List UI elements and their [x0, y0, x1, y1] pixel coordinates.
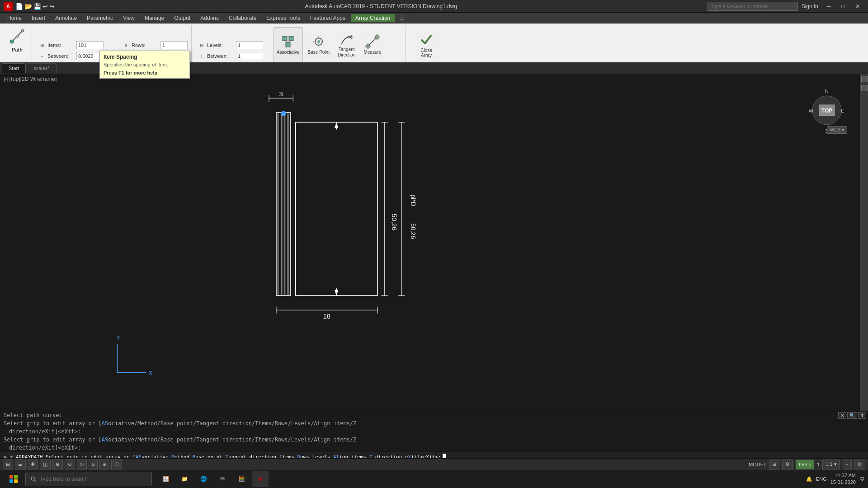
- menu-express[interactable]: Express Tools: [262, 14, 304, 22]
- menu-annotate[interactable]: Annotate: [51, 14, 81, 22]
- status-items-btn[interactable]: Items: [796, 460, 814, 469]
- status-scale-btn[interactable]: 1:1 ▾: [822, 460, 840, 469]
- levels-between-icon: ↕: [198, 52, 205, 60]
- new-icon[interactable]: 📄: [15, 3, 23, 10]
- levels-input[interactable]: [236, 41, 263, 49]
- svg-text:E: E: [841, 108, 844, 113]
- svg-text:18: 18: [323, 313, 331, 320]
- title-bar: A 📄 📂 💾 ↩ ↪ Autodesk AutoCAD 2019 - STUD…: [0, 0, 868, 13]
- items-between-icon: ↔: [38, 52, 46, 60]
- rows-field-label: Rows:: [132, 42, 159, 48]
- taskbar-edge[interactable]: 🌐: [195, 471, 212, 487]
- base-point-button[interactable]: Base Point: [305, 27, 333, 62]
- sign-in-btn[interactable]: Sign In: [802, 3, 818, 9]
- status-workspace-btn[interactable]: ⚙: [782, 460, 793, 469]
- associative-label: Associative: [277, 50, 300, 55]
- status-lweight-btn[interactable]: ≡: [89, 460, 98, 469]
- taskbar-action-center[interactable]: 🗨: [859, 476, 864, 482]
- menu-manage[interactable]: Manage: [140, 14, 169, 22]
- rows-icon: ≡: [123, 42, 130, 49]
- status-model-btn[interactable]: ⊞: [3, 460, 13, 469]
- title-left: A 📄 📂 💾 ↩ ↪: [4, 2, 55, 11]
- svg-rect-5: [289, 36, 293, 41]
- tangent-direction-label: TangentDirection: [338, 47, 355, 58]
- wcs-badge[interactable]: WCS ▾: [827, 126, 847, 134]
- associative-button[interactable]: Associative: [274, 27, 303, 62]
- taskbar-autocad[interactable]: A: [252, 471, 269, 487]
- taskbar-search-input[interactable]: [40, 476, 147, 482]
- status-snap-btn[interactable]: ✚: [28, 460, 38, 469]
- menu-insert[interactable]: Insert: [27, 14, 50, 22]
- right-panel-btn-2[interactable]: [861, 85, 868, 91]
- tab-start[interactable]: Start: [2, 63, 26, 73]
- menu-parametric[interactable]: Parametric: [82, 14, 118, 22]
- save-icon[interactable]: 💾: [33, 3, 41, 10]
- menu-featured[interactable]: Featured Apps: [306, 14, 350, 22]
- menu-options[interactable]: ☰: [399, 15, 404, 21]
- menu-addins[interactable]: Add-ins: [196, 14, 223, 22]
- taskbar-explorer[interactable]: 📁: [176, 471, 193, 487]
- menu-home[interactable]: Home: [3, 14, 26, 22]
- tooltip-help: Press F1 for more help: [104, 70, 186, 75]
- taskbar-store[interactable]: 🪟: [157, 471, 174, 487]
- command-controls: ✕ 🔍 ⬆: [838, 412, 866, 419]
- svg-marker-14: [351, 35, 353, 37]
- svg-line-68: [34, 480, 36, 482]
- status-ortho-btn[interactable]: ◫: [40, 460, 51, 469]
- cmd-close-btn[interactable]: ✕: [838, 412, 846, 419]
- svg-rect-63: [9, 475, 13, 479]
- items-input[interactable]: [76, 41, 104, 49]
- status-right: MODEL ⊞ ⚙ Items 1 1:1 ▾ + ⚙: [749, 460, 865, 469]
- minimize-button[interactable]: ─: [822, 2, 835, 11]
- menu-array-creation[interactable]: Array Creation: [351, 14, 395, 22]
- status-grid-btn[interactable]: ⚌: [15, 460, 26, 469]
- status-polar-btn[interactable]: ⊕: [52, 460, 63, 469]
- cmd-search-btn[interactable]: 🔍: [847, 412, 857, 419]
- taskbar-search[interactable]: [25, 472, 152, 486]
- open-icon[interactable]: 📂: [24, 3, 32, 10]
- window-title: Autodesk AutoCAD 2019 - STUDENT VERSION …: [55, 3, 708, 9]
- tangent-direction-button[interactable]: TangentDirection: [335, 27, 359, 62]
- undo-icon[interactable]: ↩: [42, 3, 48, 10]
- svg-line-8: [288, 41, 291, 42]
- svg-rect-65: [9, 479, 13, 483]
- base-point-icon: [311, 34, 326, 49]
- menu-collaborate[interactable]: Collaborate: [224, 14, 261, 22]
- maximize-button[interactable]: □: [836, 2, 850, 11]
- svg-rect-66: [14, 479, 18, 483]
- cmd-line-2: Select grip to edit array or [ASociative…: [0, 419, 868, 427]
- taskbar-notification[interactable]: 🔔: [806, 476, 812, 482]
- status-settings-btn[interactable]: ⚙: [854, 460, 865, 469]
- rows-input[interactable]: [160, 41, 188, 49]
- cmd-expand-btn[interactable]: ⬆: [858, 412, 866, 419]
- taskbar-calc[interactable]: 🧮: [233, 471, 250, 487]
- status-dyn-btn[interactable]: ▷: [77, 460, 87, 469]
- window-controls: ─ □ ✕: [822, 2, 864, 11]
- measure-button[interactable]: Measure: [360, 27, 384, 62]
- measure-icon: [365, 34, 380, 49]
- tab-scales[interactable]: scales*: [27, 63, 56, 73]
- status-sel-btn[interactable]: ⬡: [111, 460, 122, 469]
- redo-icon[interactable]: ↪: [49, 3, 55, 10]
- levels-between-input[interactable]: [236, 52, 263, 60]
- tooltip-description: Specifies the spacing of item.: [104, 62, 186, 67]
- status-view-btn[interactable]: ⊞: [769, 460, 779, 469]
- status-trans-btn[interactable]: ◈: [99, 460, 109, 469]
- ribbon-search[interactable]: [708, 2, 798, 11]
- status-zoom-btn[interactable]: +: [843, 460, 852, 469]
- status-isnap-btn[interactable]: ⊙: [65, 460, 75, 469]
- cmd-line-2b: direction/eXit]<eXit>:: [0, 427, 868, 436]
- menu-output[interactable]: Output: [170, 14, 195, 22]
- close-button[interactable]: ✕: [851, 2, 864, 11]
- close-check-icon: [419, 32, 434, 48]
- close-array-button[interactable]: CloseArray: [414, 27, 439, 62]
- right-panel-btn-1[interactable]: [861, 76, 868, 82]
- status-model-label: MODEL: [749, 462, 766, 467]
- items-field-label: Items:: [47, 42, 75, 48]
- start-button[interactable]: [4, 471, 24, 487]
- menu-view[interactable]: View: [118, 14, 139, 22]
- path-icon: [8, 27, 26, 45]
- title-right-controls: Sign In ─ □ ✕: [708, 2, 864, 11]
- taskbar-mail[interactable]: ✉: [214, 471, 231, 487]
- drawing-canvas[interactable]: 3 50,26 pi*D 50,26 18 X Y: [0, 74, 861, 411]
